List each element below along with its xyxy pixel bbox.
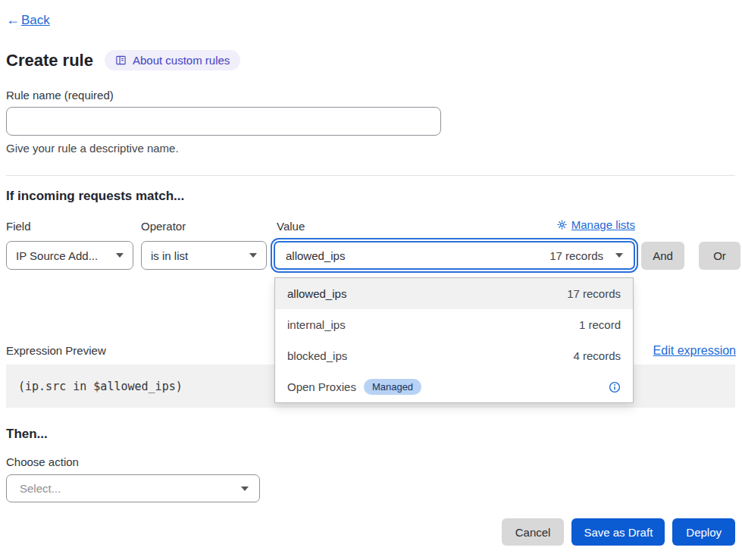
operator-label: Operator xyxy=(141,220,186,233)
chevron-down-icon xyxy=(116,253,124,258)
section-divider xyxy=(6,175,735,176)
list-name: allowed_ips xyxy=(287,287,346,300)
expression-preview-label: Expression Preview xyxy=(6,344,106,357)
save-as-draft-button[interactable]: Save as Draft xyxy=(571,518,665,546)
choose-action-label: Choose action xyxy=(6,455,79,468)
footer-actions: Cancel Save as Draft Deploy xyxy=(502,518,735,546)
back-link-label: Back xyxy=(21,13,50,28)
expression-code: (ip.src in $allowed_ips) xyxy=(18,380,183,393)
operator-select-value: is in list xyxy=(151,249,188,262)
deploy-button[interactable]: Deploy xyxy=(672,518,735,546)
rule-name-input[interactable] xyxy=(6,107,441,136)
book-icon xyxy=(115,55,127,66)
chevron-down-icon xyxy=(241,486,249,491)
title-row: Create rule About custom rules xyxy=(6,50,240,70)
value-label: Value xyxy=(277,220,305,233)
chevron-down-icon xyxy=(615,253,623,258)
list-record-count: 4 records xyxy=(573,349,621,362)
list-name: blocked_ips xyxy=(287,349,347,362)
create-rule-page: ← Back Create rule About custom rules Ru… xyxy=(0,0,742,560)
action-select-placeholder: Select... xyxy=(20,482,61,495)
back-arrow-icon: ← xyxy=(6,12,20,28)
list-name: internal_ips xyxy=(287,318,346,331)
cancel-button[interactable]: Cancel xyxy=(502,518,565,546)
dropdown-option-internal-ips[interactable]: internal_ips 1 record xyxy=(275,309,633,340)
list-record-count: 1 record xyxy=(579,318,621,331)
rule-name-helper-text: Give your rule a descriptive name. xyxy=(6,142,179,155)
rule-name-label: Rule name (required) xyxy=(6,89,114,102)
info-icon[interactable] xyxy=(609,381,621,393)
operator-select[interactable]: is in list xyxy=(141,241,267,270)
match-section-heading: If incoming requests match... xyxy=(6,189,184,204)
dropdown-option-blocked-ips[interactable]: blocked_ips 4 records xyxy=(275,340,633,371)
dropdown-option-open-proxies[interactable]: Open Proxies Managed xyxy=(275,371,633,402)
back-link[interactable]: ← Back xyxy=(6,12,50,28)
action-select[interactable]: Select... xyxy=(6,474,260,502)
field-select[interactable]: IP Source Add... xyxy=(6,241,133,270)
and-button[interactable]: And xyxy=(641,242,684,270)
page-title: Create rule xyxy=(6,51,93,70)
dropdown-option-allowed-ips[interactable]: allowed_ips 17 records xyxy=(275,278,633,309)
then-section-heading: Then... xyxy=(6,427,48,442)
list-name: Open Proxies xyxy=(287,380,356,393)
field-label: Field xyxy=(6,220,31,233)
manage-lists-link[interactable]: Manage lists xyxy=(557,218,635,231)
value-combobox[interactable]: allowed_ips 17 records xyxy=(274,241,635,270)
managed-badge: Managed xyxy=(364,379,421,395)
value-dropdown-panel: allowed_ips 17 records internal_ips 1 re… xyxy=(274,277,634,403)
chevron-down-icon xyxy=(249,253,257,258)
manage-lists-label: Manage lists xyxy=(571,218,635,231)
edit-expression-link[interactable]: Edit expression xyxy=(653,344,736,358)
value-records-count: 17 records xyxy=(549,249,603,262)
value-selected-text: allowed_ips xyxy=(286,249,345,262)
field-select-value: IP Source Add... xyxy=(16,249,98,262)
about-custom-rules-link[interactable]: About custom rules xyxy=(105,50,240,70)
or-button[interactable]: Or xyxy=(699,242,740,270)
gear-icon xyxy=(557,220,567,230)
about-badge-label: About custom rules xyxy=(133,54,230,67)
list-record-count: 17 records xyxy=(567,287,621,300)
